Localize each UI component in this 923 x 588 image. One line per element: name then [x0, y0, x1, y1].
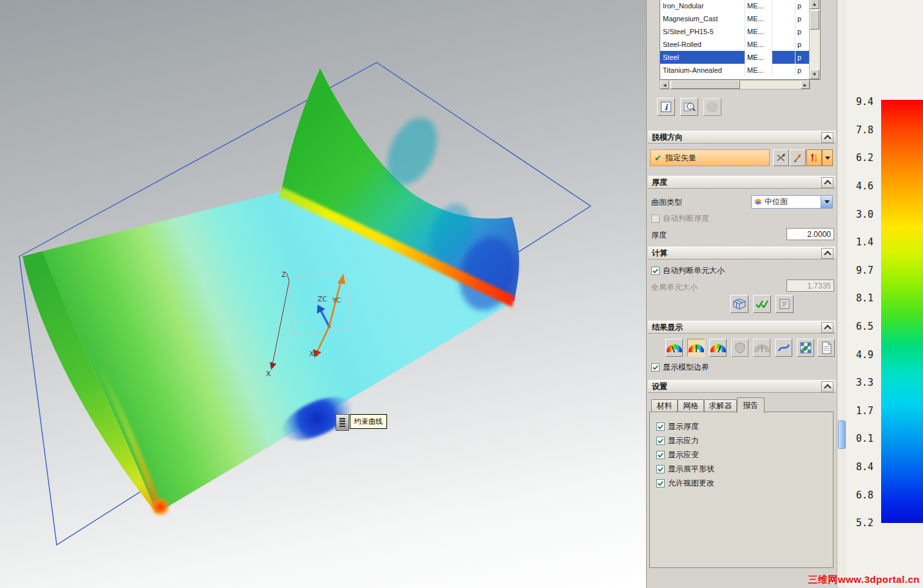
check-icon — [657, 423, 664, 430]
material-blank-cell — [772, 38, 795, 51]
material-blank-cell — [772, 12, 795, 25]
flat-shape-result-button[interactable] — [775, 339, 792, 357]
option-row[interactable]: 显示应力 — [656, 435, 699, 446]
material-row[interactable]: Magnesium_Cast ME... p — [660, 12, 811, 25]
material-list-hscrollbar[interactable]: ◄ ► — [660, 80, 810, 90]
collapse-button[interactable] — [821, 132, 833, 143]
collapse-button[interactable] — [821, 381, 833, 392]
material-row[interactable]: Iron_Nodular ME... p — [660, 0, 811, 12]
check-icon — [652, 267, 659, 274]
legend-label: 5.2 — [846, 518, 873, 528]
material-name: Steel — [660, 51, 745, 64]
section-demold-direction: 脱模方向 — [648, 131, 835, 144]
scroll-left-icon[interactable]: ◄ — [660, 81, 669, 89]
stress-result-button[interactable] — [687, 339, 705, 357]
show-thickness-checkbox[interactable] — [656, 422, 665, 431]
check-icon — [657, 451, 664, 459]
legend-label: 0.1 — [846, 433, 873, 444]
axis-x-label: X — [266, 370, 271, 378]
collapse-button[interactable] — [821, 177, 833, 188]
material-extra: p — [795, 64, 808, 77]
material-preview-button[interactable] — [680, 98, 698, 116]
tab-material[interactable]: 材料 — [651, 399, 678, 412]
material-row[interactable]: S/Steel_PH15-5 ME... p — [660, 25, 811, 38]
mesh-button[interactable] — [730, 295, 748, 313]
material-row[interactable]: Titanium-Annealed ME... p — [660, 64, 811, 77]
option-row[interactable]: 允许视图更改 — [656, 478, 714, 489]
gray-gauge-icon — [754, 341, 770, 354]
chevron-down-icon — [824, 200, 830, 204]
show-boundary-row[interactable]: 显示模型边界 — [651, 362, 709, 373]
scroll-down-icon[interactable]: ▼ — [810, 70, 819, 79]
auto-element-size-row[interactable]: 自动判断单元大小 — [651, 265, 725, 276]
tab-solver[interactable]: 求解器 — [704, 399, 737, 412]
analysis-dialog-panel: Iron_Nodular ME... p Magnesium_Cast ME..… — [646, 0, 837, 588]
legend-label: 6.5 — [846, 321, 873, 332]
material-extra: p — [795, 25, 808, 38]
thickness-result-button[interactable] — [665, 339, 683, 357]
show-boundary-checkbox[interactable] — [651, 363, 660, 372]
material-list[interactable]: Iron_Nodular ME... p Magnesium_Cast ME..… — [660, 0, 821, 80]
material-row[interactable]: Steel-Rolled ME... p — [660, 38, 811, 51]
collapse-button[interactable] — [821, 248, 833, 259]
tab-report[interactable]: 报告 — [737, 397, 765, 413]
option-label: 显示展平形状 — [668, 464, 714, 475]
material-blank-cell — [772, 64, 795, 77]
vscroll-thumb[interactable] — [810, 10, 819, 30]
material-list-vscrollbar[interactable]: ▲ ▼ — [809, 0, 820, 79]
graphics-viewport[interactable]: Z X YC ZC XC 约束曲线 — [0, 0, 646, 588]
option-row[interactable]: 显示应变 — [656, 450, 699, 460]
show-strain-checkbox[interactable] — [656, 451, 665, 459]
panel-scrollbar-thumb[interactable] — [838, 421, 846, 449]
check-icon: ✔ — [654, 153, 661, 163]
combo-dropdown-button[interactable] — [821, 196, 832, 208]
option-label: 显示应变 — [668, 450, 699, 460]
panel-scrollbar[interactable] — [837, 0, 846, 588]
option-row[interactable]: 显示厚度 — [656, 421, 699, 432]
material-name: Iron_Nodular — [660, 0, 745, 12]
legend-label: 6.2 — [846, 153, 873, 163]
quality-check-button[interactable] — [797, 339, 814, 357]
section-title: 厚度 — [652, 177, 667, 188]
material-type: ME... — [745, 0, 772, 12]
allow-view-change-checkbox[interactable] — [656, 479, 665, 488]
material-extra: p — [795, 0, 808, 12]
part-surface[interactable] — [23, 68, 524, 516]
legend-label: 1.4 — [846, 237, 873, 247]
tab-mesh[interactable]: 网格 — [678, 399, 704, 412]
material-name: S/Steel_PH15-5 — [660, 25, 745, 38]
vector-options-dropdown[interactable] — [822, 149, 833, 166]
material-display-button — [703, 98, 721, 116]
axis-xc-label: XC — [309, 350, 319, 358]
infer-vector-button[interactable] — [773, 149, 789, 166]
surface-type-combo[interactable]: 中位面 — [751, 195, 833, 209]
check-results-button[interactable] — [776, 295, 794, 313]
collapse-button[interactable] — [821, 322, 833, 333]
material-type: ME... — [745, 12, 772, 25]
option-label: 显示厚度 — [668, 421, 699, 432]
vector-dialog-button[interactable] — [790, 149, 806, 166]
mesh-icon — [732, 298, 747, 310]
scroll-right-icon[interactable]: ► — [801, 81, 810, 89]
axis-yc-label: YC — [332, 296, 341, 305]
hscroll-thumb[interactable] — [671, 81, 740, 89]
material-blank-cell — [772, 25, 795, 38]
specify-vector-field[interactable]: ✔ 指定矢量 — [650, 149, 770, 166]
rainbow-colorbar — [881, 100, 923, 523]
report-button[interactable] — [817, 339, 835, 357]
calculate-button[interactable] — [753, 295, 771, 313]
reverse-direction-button[interactable] — [806, 149, 822, 166]
show-flat-shape-checkbox[interactable] — [656, 465, 665, 473]
specify-vector-label: 指定矢量 — [665, 153, 696, 164]
option-row[interactable]: 显示展平形状 — [656, 464, 714, 475]
auto-element-size-checkbox[interactable] — [651, 267, 660, 275]
material-row-selected[interactable]: Steel ME... p — [660, 51, 811, 64]
strain-result-button[interactable] — [709, 339, 727, 357]
scroll-up-icon[interactable]: ▲ — [810, 0, 819, 9]
tooltip: 约束曲线 — [336, 414, 387, 431]
material-info-button[interactable]: i — [657, 98, 675, 116]
thickness-value-field[interactable]: 2.0000 — [786, 228, 834, 240]
show-stress-checkbox[interactable] — [656, 437, 665, 445]
infer-vector-icon — [776, 152, 787, 164]
section-settings: 设置 — [648, 380, 835, 393]
